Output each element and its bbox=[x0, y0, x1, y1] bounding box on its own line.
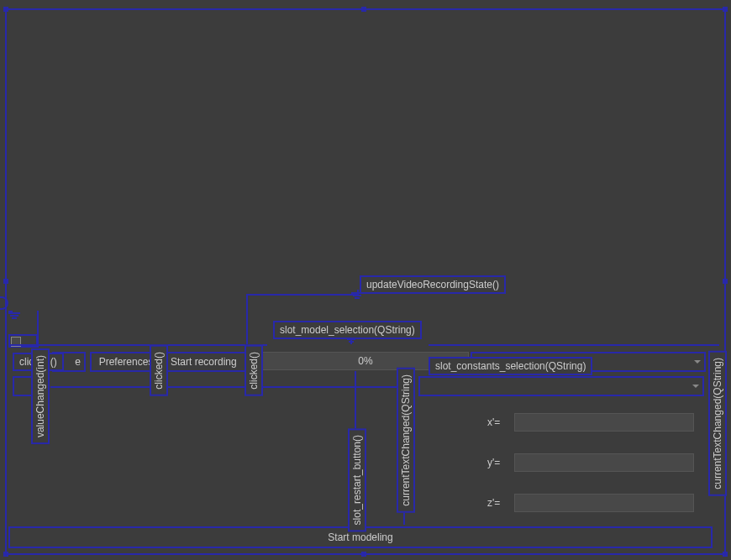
signal-label-model-selection[interactable]: slot_model_selection(QString) bbox=[273, 321, 422, 339]
resize-handle[interactable] bbox=[3, 279, 8, 284]
signal-label-value-changed[interactable]: valueChanged(int) bbox=[31, 348, 50, 444]
lineedit-y[interactable] bbox=[514, 453, 694, 472]
wire bbox=[429, 344, 719, 346]
resize-handle[interactable] bbox=[361, 552, 366, 557]
wire bbox=[8, 344, 267, 346]
resize-handle[interactable] bbox=[3, 7, 8, 12]
wire bbox=[50, 386, 403, 388]
signal-label-constants-selection[interactable]: slot_constants_selection(QString) bbox=[429, 357, 592, 375]
signal-label-clicked[interactable]: clicked() bbox=[150, 345, 168, 396]
resize-handle[interactable] bbox=[723, 552, 728, 557]
wire bbox=[37, 311, 39, 348]
label-x: x'= bbox=[487, 416, 500, 428]
chevron-down-icon bbox=[694, 360, 701, 364]
resize-handle[interactable] bbox=[723, 7, 728, 12]
signal-label-update-video[interactable]: updateVideoRecordingState() bbox=[360, 275, 506, 294]
label-z: z'= bbox=[487, 497, 500, 509]
resize-handle[interactable] bbox=[361, 7, 366, 12]
signal-label-restart-button[interactable]: slot_restart_button() bbox=[348, 428, 366, 531]
lineedit-z[interactable] bbox=[514, 494, 694, 512]
label-y: y'= bbox=[487, 457, 500, 468]
wire bbox=[246, 294, 359, 296]
combo-constants[interactable] bbox=[418, 376, 704, 396]
signal-label-clicked[interactable]: clicked() bbox=[245, 345, 263, 396]
chevron-down-icon bbox=[692, 385, 699, 388]
resize-handle[interactable] bbox=[3, 552, 8, 557]
signal-label-current-text-changed[interactable]: currentTextChanged(QString) bbox=[397, 368, 415, 513]
lineedit-x[interactable] bbox=[514, 413, 694, 432]
signal-label-current-text-changed[interactable]: currentTextChanged(QString) bbox=[708, 351, 727, 496]
resize-handle[interactable] bbox=[723, 279, 728, 284]
